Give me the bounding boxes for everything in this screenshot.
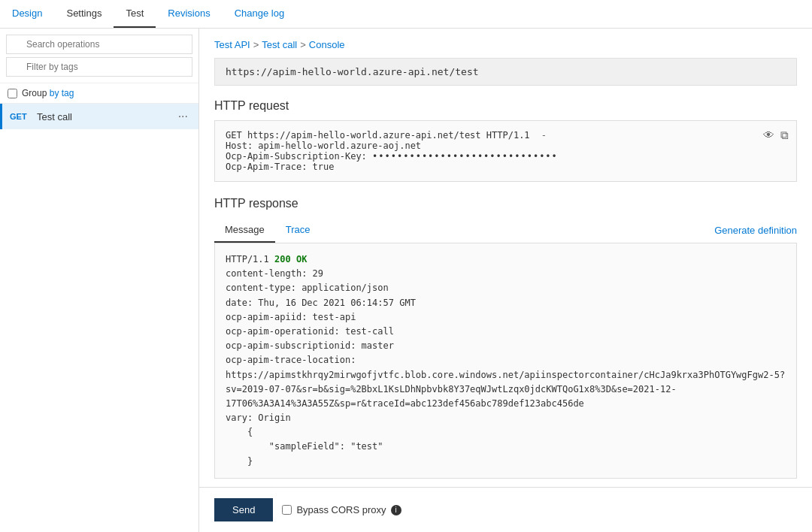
breadcrumb-api[interactable]: Test API [214, 39, 250, 50]
http-line3: Ocp-Apim-Subscription-Key: •••••••••••••… [226, 151, 786, 162]
send-button[interactable]: Send [214, 498, 273, 521]
method-badge: GET [10, 112, 31, 121]
http-request-box: 👁 ⧉ GET https://apim-hello-world.azure-a… [214, 120, 797, 182]
response-tabs: Message Trace Generate definition [214, 218, 797, 243]
sidebar: 🔍 ⚡ Group by tag GET Test call ··· [0, 29, 199, 532]
tab-test[interactable]: Test [114, 0, 156, 28]
sidebar-search-area: 🔍 ⚡ [0, 29, 198, 83]
operation-name: Test call [37, 111, 175, 122]
breadcrumb-sep2: > [300, 39, 306, 50]
main-layout: 🔍 ⚡ Group by tag GET Test call ··· [0, 29, 812, 532]
tab-message[interactable]: Message [214, 218, 275, 243]
sidebar-list: GET Test call ··· [0, 104, 198, 532]
more-options-button[interactable]: ··· [175, 110, 191, 123]
send-bar: Send Bypass CORS proxy i [199, 487, 812, 532]
content-area: Test API > Test call > Console https://a… [199, 29, 812, 532]
filter-input[interactable] [6, 57, 192, 77]
group-by-blue-text: by tag [50, 88, 74, 98]
breadcrumb-operation[interactable]: Test call [262, 39, 297, 50]
tab-design[interactable]: Design [0, 0, 54, 28]
breadcrumb-sep1: > [253, 39, 259, 50]
tab-changelog[interactable]: Change log [223, 0, 297, 28]
response-body: HTTP/1.1 200 OK content-length: 29 conte… [214, 243, 797, 479]
tab-revisions[interactable]: Revisions [156, 0, 222, 28]
search-wrap: 🔍 [6, 35, 192, 54]
breadcrumb-current: Console [309, 39, 345, 50]
url-bar: https://apim-hello-world.azure-api.net/t… [214, 58, 797, 86]
breadcrumb: Test API > Test call > Console [199, 29, 812, 58]
top-nav: Design Settings Test Revisions Change lo… [0, 0, 812, 29]
filter-wrap: ⚡ [6, 57, 192, 77]
bypass-cors-text: Bypass CORS proxy [296, 504, 386, 515]
group-by-label[interactable]: Group by tag [22, 88, 74, 98]
tab-settings[interactable]: Settings [54, 0, 114, 28]
http-box-icons: 👁 ⧉ [763, 128, 789, 142]
http-request-title: HTTP request [214, 96, 797, 113]
group-by-row: Group by tag [0, 83, 198, 104]
bypass-cors-checkbox[interactable] [282, 505, 292, 515]
generate-definition-link[interactable]: Generate definition [714, 219, 797, 242]
http-response-title: HTTP response [214, 194, 797, 210]
info-icon[interactable]: i [391, 505, 401, 515]
http-line1: GET https://apim-hello-world.azure-api.n… [226, 130, 786, 141]
tab-trace[interactable]: Trace [275, 218, 321, 243]
search-input[interactable] [6, 35, 192, 54]
copy-icon[interactable]: ⧉ [780, 128, 789, 142]
eye-icon[interactable]: 👁 [763, 128, 774, 142]
http-line4: Ocp-Apim-Trace: true [226, 162, 786, 172]
response-section: Message Trace Generate definition HTTP/1… [214, 218, 797, 479]
group-by-text: Group [22, 88, 47, 98]
group-by-checkbox[interactable] [8, 89, 17, 98]
bypass-cors-label: Bypass CORS proxy i [282, 504, 401, 515]
http-line2: Host: apim-hello-world.azure-aoj.net [226, 141, 786, 151]
sidebar-item-testcall[interactable]: GET Test call ··· [0, 104, 198, 129]
